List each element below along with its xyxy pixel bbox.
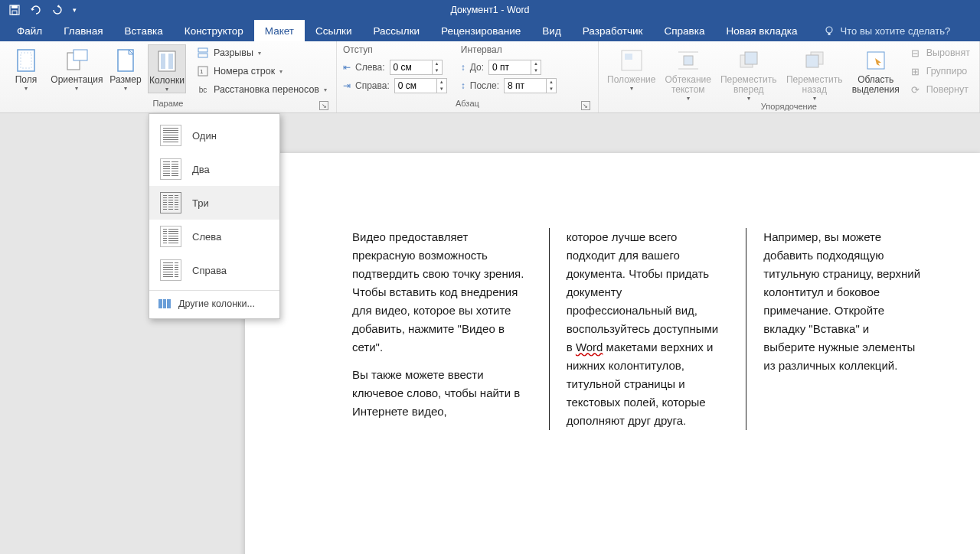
page[interactable]: Видео предоставляет прекрасную возможнос… [245, 153, 980, 554]
svg-rect-23 [745, 52, 757, 64]
indent-right-icon: ⇥ [343, 80, 351, 91]
selection-pane-icon [850, 46, 902, 75]
columns-option-two[interactable]: Два [149, 152, 279, 186]
paragraph-group-label: Абзац [456, 99, 479, 108]
more-columns-button[interactable]: Другие колонки... [149, 294, 279, 314]
text-column-1: Видео предоставляет прекрасную возможнос… [352, 228, 549, 430]
tell-me-placeholder: Что вы хотите сделать? [841, 25, 951, 37]
svg-rect-12 [168, 54, 173, 69]
svg-rect-11 [161, 54, 165, 69]
tell-me-search[interactable]: Что вы хотите сделать? [824, 20, 951, 41]
position-button[interactable]: Положение▾ [605, 44, 658, 92]
tab-mailings[interactable]: Рассылки [363, 20, 431, 41]
svg-rect-25 [806, 55, 818, 67]
arrange-group-label: Упорядочение [761, 102, 817, 111]
size-button[interactable]: Размер▾ [108, 44, 143, 92]
line-numbers-button[interactable]: 1 Номера строк▾ [194, 63, 330, 80]
line-numbers-icon: 1 [197, 65, 209, 77]
tab-file[interactable]: Файл [6, 20, 53, 41]
tab-insert[interactable]: Вставка [114, 20, 174, 41]
more-columns-icon [158, 299, 171, 308]
svg-point-3 [826, 27, 832, 33]
align-icon: ⊟ [910, 47, 922, 59]
svg-rect-2 [12, 11, 17, 15]
spacing-before-spinner[interactable]: ▲▼ [488, 60, 541, 75]
ribbon: Поля▾ Ориентация▾ Размер▾ Колонки▾ Разры… [0, 41, 980, 113]
tab-developer[interactable]: Разработчик [572, 20, 654, 41]
save-button[interactable] [5, 2, 24, 18]
spacing-after-icon: ↕ [461, 80, 466, 91]
indent-left-spinner[interactable]: ▲▼ [390, 60, 443, 75]
margins-button[interactable]: Поля▾ [6, 44, 46, 92]
tab-home[interactable]: Главная [53, 20, 113, 41]
position-icon [605, 46, 658, 75]
indent-left-icon: ⇤ [343, 62, 351, 73]
title-bar: ▾ Документ1 - Word [0, 0, 980, 20]
two-column-icon [160, 158, 181, 180]
tab-help[interactable]: Справка [654, 20, 716, 41]
one-column-icon [160, 125, 181, 146]
svg-rect-19 [684, 56, 693, 65]
svg-rect-13 [198, 48, 207, 52]
svg-text:1: 1 [200, 68, 204, 75]
send-backward-button[interactable]: Переместить назад▾ [784, 44, 845, 102]
breaks-button[interactable]: Разрывы▾ [194, 44, 330, 61]
indent-right-label: Справа: [355, 80, 390, 91]
group-objects-button[interactable]: ⊞Группиро [906, 63, 973, 80]
svg-rect-14 [198, 54, 207, 57]
left-column-icon [160, 226, 181, 247]
svg-rect-4 [828, 33, 830, 35]
indent-right-spinner[interactable]: ▲▼ [394, 78, 447, 93]
tab-layout[interactable]: Макет [254, 20, 305, 41]
spacing-after-spinner[interactable]: ▲▼ [504, 78, 557, 93]
spacing-before-icon: ↕ [461, 62, 466, 73]
tab-design[interactable]: Конструктор [174, 20, 254, 41]
page-setup-dialog-launcher[interactable]: ↘ [319, 101, 328, 110]
right-column-icon [160, 259, 181, 281]
spacing-after-label: После: [470, 80, 499, 91]
group-icon: ⊞ [910, 65, 922, 77]
align-button[interactable]: ⊟Выровнят [906, 44, 973, 61]
columns-option-one[interactable]: Один [149, 119, 279, 152]
send-backward-icon [784, 46, 845, 75]
svg-rect-18 [625, 54, 632, 60]
document-title: Документ1 - Word [450, 5, 529, 15]
columns-option-three[interactable]: Три [149, 186, 279, 220]
columns-option-right[interactable]: Справа [149, 253, 279, 287]
rotate-icon: ⟳ [910, 83, 922, 96]
text-column-3: Например, вы можете добавить подходящую … [746, 228, 943, 430]
lightbulb-icon [824, 25, 835, 36]
paragraph-dialog-launcher[interactable]: ↘ [581, 101, 590, 110]
selection-pane-button[interactable]: Область выделения [850, 44, 902, 95]
tab-references[interactable]: Ссылки [305, 20, 363, 41]
hyphenation-button[interactable]: bc Расстановка переносов▾ [194, 81, 330, 98]
rotate-button[interactable]: ⟳Повернут [906, 81, 973, 98]
spacing-header: Интервал [461, 44, 557, 58]
quick-access-toolbar: ▾ [5, 2, 80, 18]
undo-button[interactable] [26, 2, 46, 18]
tab-review[interactable]: Рецензирование [430, 20, 531, 41]
hyphenation-icon: bc [197, 83, 209, 96]
page-setup-group-label: Параме [153, 99, 184, 108]
ribbon-tabs: Файл Главная Вставка Конструктор Макет С… [0, 20, 980, 41]
indent-left-label: Слева: [355, 62, 385, 73]
redo-button[interactable] [47, 2, 67, 18]
wrap-text-icon [663, 46, 714, 75]
wrap-text-button[interactable]: Обтекание текстом▾ [663, 44, 714, 102]
breaks-icon [197, 47, 209, 59]
text-column-2: которое лучше всего подходит для вашего … [549, 228, 746, 430]
bring-forward-button[interactable]: Переместить вперед▾ [718, 44, 779, 102]
svg-rect-8 [74, 50, 87, 60]
columns-dropdown: Один Два Три Слева Справа Другие колонки… [149, 113, 280, 319]
svg-rect-1 [11, 5, 18, 8]
indent-header: Отступ [343, 44, 447, 58]
qat-customize[interactable]: ▾ [69, 2, 80, 18]
columns-option-left[interactable]: Слева [149, 220, 279, 253]
tab-view[interactable]: Вид [531, 20, 571, 41]
columns-button[interactable]: Колонки▾ [148, 44, 186, 93]
three-column-icon [160, 192, 181, 213]
spacing-before-label: До: [470, 62, 484, 73]
bring-forward-icon [718, 46, 779, 75]
orientation-button[interactable]: Ориентация▾ [51, 44, 103, 92]
tab-new[interactable]: Новая вкладка [716, 20, 808, 41]
